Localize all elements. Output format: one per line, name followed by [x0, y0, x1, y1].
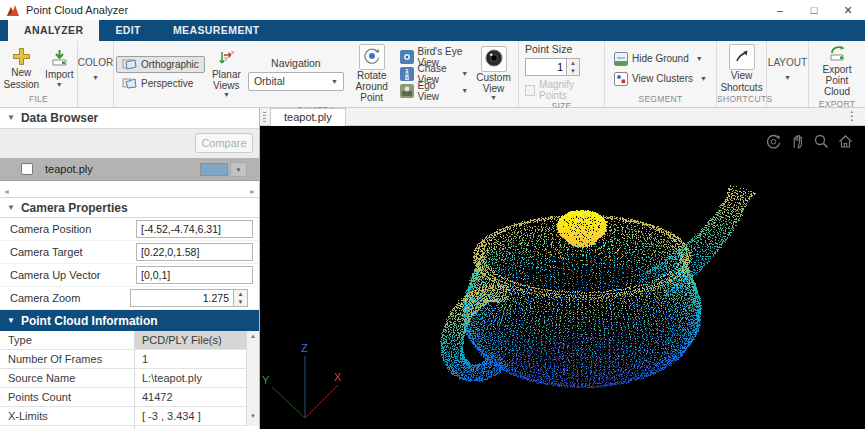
zoom-button[interactable] — [813, 133, 830, 150]
table-row[interactable]: Points Count 41472 — [0, 388, 259, 407]
point-cloud-info-header[interactable]: ▼ Point Cloud Information — [0, 310, 259, 331]
minimize-button[interactable]: – — [763, 0, 797, 20]
color-swatch[interactable] — [200, 163, 228, 176]
new-session-label: New Session — [4, 67, 40, 89]
shortcuts-section-label: SHORTCUTS — [717, 94, 766, 107]
table-row[interactable]: Source Name L:\teapot.ply — [0, 369, 259, 388]
camera-zoom-stepper[interactable]: ▲▼ — [234, 289, 248, 307]
drag-grip-icon[interactable] — [263, 112, 266, 122]
view-shortcuts-button[interactable]: View Shortcuts — [718, 43, 764, 93]
magnify-points-checkbox[interactable]: Magnify Points — [525, 79, 598, 101]
point-size-stepper[interactable]: ▲▼ — [567, 58, 580, 76]
spin-up-icon[interactable]: ▲ — [234, 290, 247, 298]
table-row[interactable]: X-Limits [ -3 , 3.434 ] — [0, 407, 259, 426]
camera-position-field[interactable] — [136, 220, 253, 238]
tab-measurement[interactable]: MEASUREMENT — [157, 20, 276, 41]
row-value: L:\teapot.ply — [135, 369, 246, 387]
scroll-right-icon[interactable]: ► — [249, 188, 256, 195]
perspective-label: Perspective — [141, 78, 193, 89]
import-button[interactable]: Import ▼ — [43, 48, 75, 88]
export-point-cloud-button[interactable]: Export Point Cloud — [811, 43, 863, 99]
chevron-down-icon: ▼ — [461, 70, 468, 77]
camera-zoom-field[interactable] — [130, 289, 234, 307]
custom-view-label: Custom View — [473, 72, 514, 94]
spin-up-icon[interactable]: ▲ — [567, 59, 579, 67]
import-label: Import — [45, 69, 73, 80]
magnify-points-label: Magnify Points — [539, 79, 598, 101]
navigation-value: Orbital — [254, 75, 285, 87]
close-button[interactable]: ✕ — [831, 0, 865, 20]
scroll-down-icon[interactable]: ▼ — [247, 413, 259, 419]
point-size-input[interactable] — [525, 58, 567, 76]
swatch-dropdown-button[interactable]: ▼ — [230, 162, 247, 177]
color-dropdown-button[interactable]: ▼ — [92, 74, 99, 81]
pan-hand-button[interactable] — [789, 133, 806, 150]
scroll-left-icon[interactable]: ◄ — [3, 188, 10, 195]
table-row[interactable]: Number Of Frames 1 — [0, 350, 259, 369]
data-browser-header[interactable]: ▼ Data Browser — [0, 108, 259, 129]
navigation-select[interactable]: Orbital ▼ — [248, 72, 344, 91]
chevron-down-icon: ▼ — [696, 55, 703, 62]
rotate-around-point-button[interactable]: Rotate Around Point — [347, 43, 397, 105]
ego-view-button[interactable]: Ego View ▼ — [400, 83, 469, 98]
birds-eye-view-icon — [400, 50, 414, 64]
color-label: COLOR — [78, 57, 114, 68]
custom-view-button[interactable]: Custom View ▼ — [471, 45, 516, 102]
spin-down-icon[interactable]: ▼ — [234, 298, 247, 306]
row-value: [ -3 , 3.434 ] — [135, 407, 246, 425]
plus-icon — [12, 47, 31, 65]
camera-up-vector-field[interactable] — [136, 266, 253, 284]
planar-views-label: Planar Views — [210, 69, 243, 91]
navigation-label: Navigation — [271, 57, 321, 69]
viewport-menu-button[interactable]: ⋮ — [846, 109, 858, 123]
orthographic-button[interactable]: Orthographic — [116, 56, 205, 73]
new-session-button[interactable]: New Session — [2, 46, 42, 90]
svg-text:Y: Y — [224, 56, 228, 62]
camera-target-row: Camera Target — [0, 241, 259, 264]
hide-ground-button[interactable]: Hide Ground ▼ — [614, 51, 703, 66]
row-value: 1 — [135, 350, 246, 368]
layout-dropdown-button[interactable]: ▼ — [784, 74, 791, 81]
ribbon-section-color: COLOR ▼ — [78, 41, 114, 107]
chevron-down-icon: ▼ — [700, 75, 707, 82]
scroll-up-icon[interactable]: ▲ — [247, 333, 259, 339]
hide-ground-label: Hide Ground — [632, 53, 689, 64]
custom-view-icon — [481, 46, 507, 72]
table-row[interactable]: Type PCD/PLY File(s) — [0, 331, 259, 350]
camera-target-field[interactable] — [136, 243, 253, 261]
rotate-3d-button[interactable] — [765, 133, 782, 150]
planar-views-icon: x Y — [216, 49, 236, 67]
item-checkbox[interactable] — [21, 163, 33, 175]
camera-properties-header[interactable]: ▼ Camera Properties — [0, 197, 259, 218]
row-value: PCD/PLY File(s) — [135, 331, 246, 349]
planar-views-button[interactable]: x Y Planar Views ▼ — [208, 48, 245, 99]
point-cloud-list-item[interactable]: teapot.ply ▼ — [0, 158, 259, 181]
chevron-down-icon: ▼ — [490, 94, 497, 101]
camera-position-label: Camera Position — [10, 223, 91, 235]
rotate-3d-icon — [765, 133, 782, 150]
viewport-tab-teapot[interactable]: teapot.ply — [270, 108, 346, 126]
ribbon-section-layout: LAYOUT ▼ — [767, 41, 809, 107]
pan-hand-icon — [789, 133, 806, 150]
vertical-scrollbar[interactable]: ▲ ▼ — [246, 331, 259, 426]
ego-view-label: Ego View — [418, 80, 455, 102]
horizontal-scrollbar[interactable]: ◄ ► — [0, 181, 259, 197]
camera-up-vector-label: Camera Up Vector — [10, 269, 100, 281]
tab-edit[interactable]: EDIT — [99, 20, 157, 41]
compare-button[interactable]: Compare — [195, 133, 253, 153]
view-clusters-button[interactable]: View Clusters ▼ — [614, 71, 707, 86]
data-browser-toolbar: Compare — [0, 129, 259, 158]
layout-label: LAYOUT — [768, 57, 807, 68]
maximize-button[interactable]: □ — [797, 0, 831, 20]
tab-analyzer[interactable]: ANALYZER — [8, 20, 99, 41]
point-cloud-viewport[interactable] — [260, 126, 865, 429]
left-panel: ▼ Data Browser Compare teapot.ply ▼ ◄ ► … — [0, 108, 260, 429]
chevron-down-icon: ▼ — [223, 91, 230, 98]
title-bar: Point Cloud Analyzer – □ ✕ — [0, 0, 865, 20]
perspective-button[interactable]: Perspective — [116, 75, 205, 92]
chevron-down-icon: ▼ — [56, 81, 63, 88]
home-button[interactable] — [837, 133, 854, 150]
spin-down-icon[interactable]: ▼ — [567, 67, 579, 75]
point-size-label: Point Size — [525, 43, 572, 55]
point-cloud-canvas[interactable] — [260, 126, 865, 429]
